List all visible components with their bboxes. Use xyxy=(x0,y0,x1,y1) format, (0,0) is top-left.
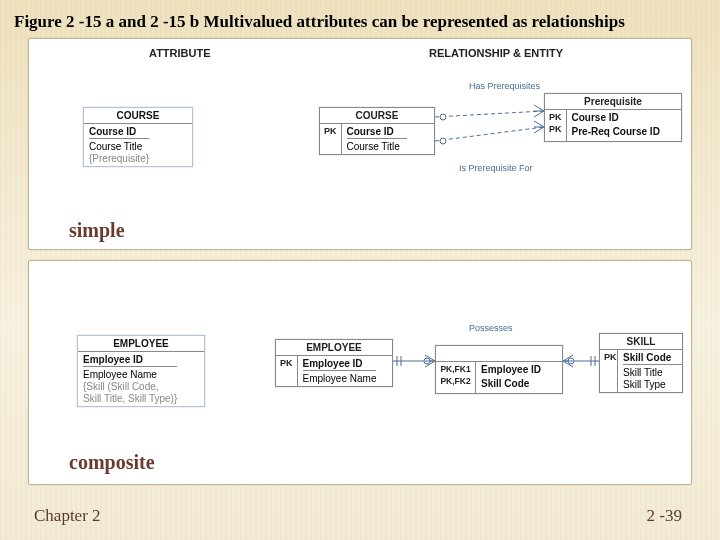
attr: Course ID xyxy=(572,112,660,124)
col-attribute: ATTRIBUTE xyxy=(149,47,211,59)
pk-label: PK xyxy=(549,124,562,134)
footer-chapter: Chapter 2 xyxy=(34,506,101,526)
svg-point-9 xyxy=(568,358,574,364)
pk-label: PK xyxy=(549,112,562,122)
attr: Employee ID xyxy=(481,364,541,376)
pk-label: PK xyxy=(324,126,337,136)
rel-label: Has Prerequisites xyxy=(469,81,541,91)
figure-title: Figure 2 -15 a and 2 -15 b Multivalued a… xyxy=(12,8,708,40)
attr: Course ID xyxy=(89,126,149,139)
pk-label: PK xyxy=(604,352,613,362)
entity-course-rel: COURSE PK Course ID Course Title xyxy=(319,107,435,155)
attr: Skill Code xyxy=(623,352,683,365)
svg-point-3 xyxy=(440,138,446,144)
entity-header: EMPLOYEE xyxy=(276,340,392,356)
attr: Employee Name xyxy=(83,369,177,380)
row-label-simple: simple xyxy=(69,219,125,242)
attr: Skill Code xyxy=(481,378,541,390)
svg-point-7 xyxy=(424,358,430,364)
pk-label: PK,FK2 xyxy=(440,376,471,386)
svg-line-2 xyxy=(435,127,544,141)
entity-header: COURSE xyxy=(320,108,434,124)
entity-header: EMPLOYEE xyxy=(78,336,204,352)
entity-header xyxy=(436,346,562,362)
svg-point-1 xyxy=(440,114,446,120)
attr-multivalued: {Skill (Skill Code, xyxy=(83,381,177,392)
col-relationship: RELATIONSHIP & ENTITY xyxy=(429,47,563,59)
attr-multivalued: Skill Title, Skill Type)} xyxy=(83,393,177,404)
top-panel: ATTRIBUTE RELATIONSHIP & ENTITY COURSE C… xyxy=(28,38,692,250)
attr: Course Title xyxy=(89,141,149,152)
entity-skill: SKILL PK Skill Code Skill Title Skill Ty… xyxy=(599,333,683,393)
attr: Course ID xyxy=(347,126,407,139)
footer-page: 2 -39 xyxy=(647,506,682,526)
entity-associative: PK,FK1 PK,FK2 Employee ID Skill Code xyxy=(435,345,563,394)
attr: Employee Name xyxy=(303,373,377,384)
entity-course-attribute: COURSE Course ID Course Title {Prerequis… xyxy=(83,107,193,167)
pk-label: PK xyxy=(280,358,293,368)
attr: Employee ID xyxy=(303,358,377,371)
pk-label: PK,FK1 xyxy=(440,364,471,374)
attr-multivalued: {Prerequisite} xyxy=(89,153,149,164)
row-label-composite: composite xyxy=(69,451,155,474)
rel-label: Possesses xyxy=(469,323,513,333)
attr: Course Title xyxy=(347,141,407,152)
attr: Skill Type xyxy=(623,379,683,390)
bottom-panel: EMPLOYEE Employee ID Employee Name {Skil… xyxy=(28,260,692,485)
entity-header: COURSE xyxy=(84,108,192,124)
entity-employee-attribute: EMPLOYEE Employee ID Employee Name {Skil… xyxy=(77,335,205,407)
attr: Pre-Req Course ID xyxy=(572,126,660,138)
attr: Skill Title xyxy=(623,367,683,378)
svg-line-0 xyxy=(435,111,544,117)
entity-header: SKILL xyxy=(600,334,682,350)
entity-employee-rel: EMPLOYEE PK Employee ID Employee Name xyxy=(275,339,393,387)
rel-label: Is Prerequisite For xyxy=(459,163,533,173)
entity-header: Prerequisite xyxy=(545,94,681,110)
attr: Employee ID xyxy=(83,354,177,367)
entity-prerequisite: Prerequisite PK PK Course ID Pre-Req Cou… xyxy=(544,93,682,142)
